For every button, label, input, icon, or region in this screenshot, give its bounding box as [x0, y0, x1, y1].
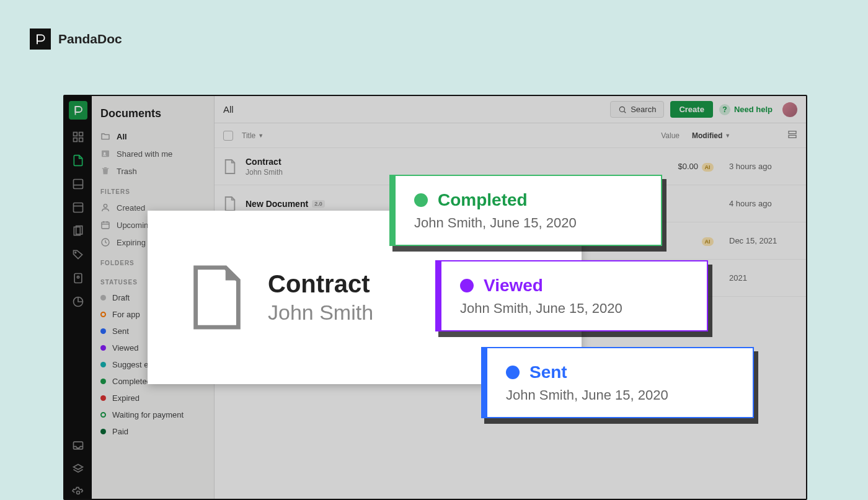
- calendar-icon: [100, 220, 110, 230]
- avatar[interactable]: [782, 102, 797, 117]
- rail-brand-icon[interactable]: [69, 101, 87, 120]
- status-dot-icon: [100, 312, 106, 317]
- preview-subtitle: John Smith: [268, 300, 373, 325]
- doc-badge: AI: [698, 236, 717, 245]
- brand-logo: PandaDoc: [30, 29, 122, 50]
- brand-name: PandaDoc: [58, 32, 122, 46]
- doc-time: Dec 15, 2021: [717, 236, 797, 245]
- search-button[interactable]: Search: [610, 101, 664, 118]
- status-card-sub: John Smith, June 15, 2020: [506, 387, 734, 403]
- person-icon: [100, 149, 110, 159]
- sidebar-item-trash[interactable]: Trash: [92, 162, 214, 180]
- page-title: All: [223, 104, 604, 115]
- list-header: Title▼ Value Modified▼: [215, 123, 806, 148]
- status-waiting-payment[interactable]: Waiting for payment: [92, 406, 214, 423]
- status-paid[interactable]: Paid: [92, 423, 214, 440]
- status-card-label: Sent: [529, 362, 567, 382]
- svg-line-27: [624, 111, 626, 113]
- status-label: For app: [112, 310, 140, 319]
- filters-header: FILTERS: [92, 180, 214, 199]
- select-all-checkbox[interactable]: [223, 131, 233, 141]
- sidebar-item-label: Trash: [117, 167, 137, 176]
- view-toggle[interactable]: [779, 129, 797, 141]
- reports-icon[interactable]: [72, 296, 84, 308]
- sidebar-item-label: All: [117, 132, 127, 141]
- library-icon[interactable]: [72, 225, 84, 237]
- status-expired[interactable]: Expired: [92, 390, 214, 406]
- svg-rect-28: [789, 131, 796, 134]
- svg-rect-6: [74, 203, 83, 213]
- dashboard-icon[interactable]: [72, 131, 84, 143]
- contacts-icon[interactable]: [72, 272, 84, 284]
- svg-rect-19: [104, 167, 107, 168]
- trash-icon: [100, 166, 110, 176]
- doc-value: $0.00: [649, 162, 698, 171]
- create-button[interactable]: Create: [670, 101, 712, 118]
- status-card-label: Completed: [438, 190, 528, 210]
- sidebar-item-shared[interactable]: Shared with me: [92, 145, 214, 162]
- user-icon: [100, 203, 110, 213]
- document-icon: [191, 263, 243, 331]
- preview-title: Contract: [268, 270, 373, 298]
- status-label: Paid: [112, 427, 128, 436]
- grid-icon: [787, 129, 797, 139]
- filter-label: Created: [117, 203, 145, 213]
- status-card-sub: John Smith, June 15, 2020: [414, 215, 642, 231]
- filter-label: Expiring: [117, 238, 146, 247]
- status-card-sub: John Smith, June 15, 2020: [460, 300, 688, 317]
- doc-title: Contract: [246, 157, 281, 167]
- column-value[interactable]: Value: [630, 131, 680, 140]
- search-icon: [618, 105, 627, 114]
- column-modified[interactable]: Modified▼: [680, 131, 779, 140]
- status-label: Sent: [112, 327, 129, 336]
- folder-icon: [100, 131, 110, 141]
- doc-time: 2021: [717, 273, 797, 283]
- svg-rect-29: [789, 135, 796, 138]
- help-label: Need help: [734, 105, 773, 114]
- svg-rect-4: [74, 180, 83, 189]
- status-dot-icon: [100, 412, 106, 418]
- doc-badge: AI: [698, 162, 717, 171]
- search-label: Search: [631, 105, 656, 114]
- status-label: Waiting for payment: [112, 410, 184, 419]
- status-card-viewed: Viewed John Smith, June 15, 2020: [435, 260, 708, 331]
- status-label: Viewed: [112, 343, 138, 353]
- svg-point-26: [620, 107, 625, 112]
- svg-point-12: [77, 276, 79, 278]
- status-card-sent: Sent John Smith, June 15, 2020: [481, 347, 754, 418]
- svg-rect-0: [74, 133, 78, 136]
- svg-point-10: [75, 252, 76, 253]
- status-dot-icon: [100, 295, 106, 300]
- doc-time: 3 hours ago: [717, 162, 797, 171]
- doc-title: New Document: [246, 199, 308, 209]
- tag-icon[interactable]: [72, 248, 84, 261]
- status-card-label: Viewed: [484, 276, 543, 296]
- svg-point-17: [104, 152, 105, 154]
- status-dot-icon: [100, 379, 106, 384]
- column-title[interactable]: Title▼: [242, 131, 630, 140]
- documents-icon[interactable]: [72, 154, 84, 167]
- settings-icon[interactable]: [72, 486, 84, 499]
- status-label: Expired: [112, 393, 140, 403]
- sidebar-item-all[interactable]: All: [92, 128, 214, 145]
- svg-rect-1: [79, 133, 83, 136]
- addons-icon[interactable]: [72, 463, 84, 475]
- topbar: All Search Create ? Need help: [215, 96, 806, 123]
- status-dot-icon: [100, 328, 106, 334]
- svg-point-15: [77, 491, 80, 494]
- status-dot-icon: [100, 429, 106, 434]
- svg-rect-18: [102, 168, 109, 169]
- templates-icon[interactable]: [72, 178, 84, 190]
- version-badge: 2.0: [312, 200, 325, 208]
- sort-icon: ▼: [258, 133, 264, 139]
- catalog-icon[interactable]: [72, 201, 84, 214]
- nav-rail: [64, 96, 92, 499]
- svg-rect-2: [74, 138, 78, 142]
- help-button[interactable]: ? Need help: [719, 104, 773, 115]
- clock-icon: [100, 237, 110, 247]
- doc-time: 4 hours ago: [717, 199, 797, 208]
- status-dot-icon: [506, 366, 520, 379]
- document-icon: [223, 196, 237, 212]
- inbox-icon[interactable]: [72, 439, 84, 452]
- svg-rect-3: [79, 138, 83, 142]
